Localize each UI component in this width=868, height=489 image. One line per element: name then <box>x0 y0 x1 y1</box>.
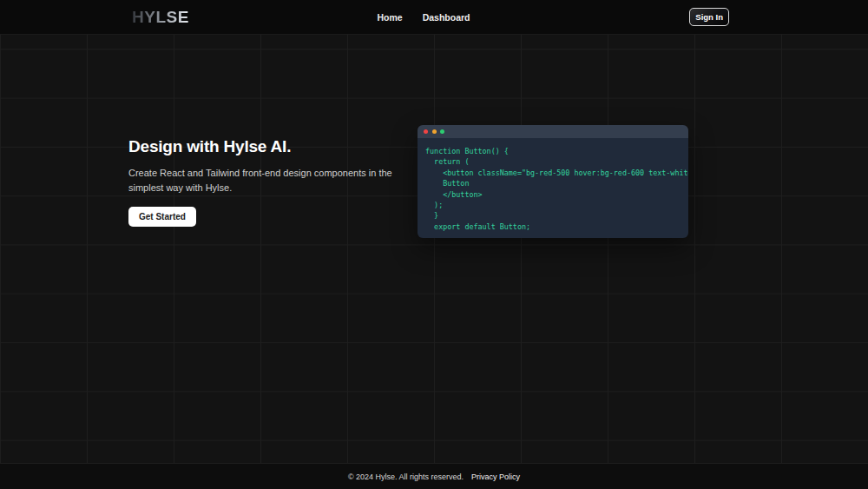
copyright-text: © 2024 Hylse. All rights reserved. <box>348 472 464 481</box>
traffic-light-maximize-icon[interactable] <box>440 129 444 134</box>
code-line: function Button() { <box>425 146 688 156</box>
top-nav: HYLSE Home Dashboard Sign In <box>0 0 868 35</box>
code-line: ); <box>425 200 688 210</box>
brand-logo: HYLSE <box>132 8 189 27</box>
code-line: export default Button; <box>425 221 688 232</box>
traffic-light-close-icon[interactable] <box>424 129 428 134</box>
sign-in-button[interactable]: Sign In <box>689 8 729 26</box>
hero-subtitle-line-2: simplest way with Hylse. <box>128 181 404 195</box>
get-started-button[interactable]: Get Started <box>128 207 196 227</box>
main-content: Design with Hylse AI. Create React and T… <box>0 125 868 238</box>
nav-link-dashboard[interactable]: Dashboard <box>423 12 470 23</box>
nav-links: Home Dashboard <box>377 12 470 23</box>
hero-subtitle: Create React and Tailwind front-end desi… <box>128 166 404 195</box>
code-editor-body: function Button() { return ( <button cla… <box>418 138 688 238</box>
code-line: <button className="bg-red-500 hover:bg-r… <box>425 168 688 178</box>
hero-subtitle-line-1: Create React and Tailwind front-end desi… <box>128 166 404 181</box>
hero-section: Design with Hylse AI. Create React and T… <box>128 125 688 238</box>
code-window-titlebar <box>418 125 688 138</box>
traffic-light-minimize-icon[interactable] <box>432 129 437 134</box>
code-line: return ( <box>425 156 688 167</box>
code-line: </button> <box>425 189 688 200</box>
hero-title: Design with Hylse AI. <box>128 137 404 156</box>
privacy-policy-link[interactable]: Privacy Policy <box>471 472 520 481</box>
code-line: Button <box>425 178 688 188</box>
footer: © 2024 Hylse. All rights reserved. Priva… <box>0 463 868 489</box>
nav-link-home[interactable]: Home <box>377 12 402 23</box>
code-line: } <box>425 210 688 221</box>
hero-text-column: Design with Hylse AI. Create React and T… <box>128 137 418 227</box>
code-preview-window: function Button() { return ( <button cla… <box>418 125 688 238</box>
